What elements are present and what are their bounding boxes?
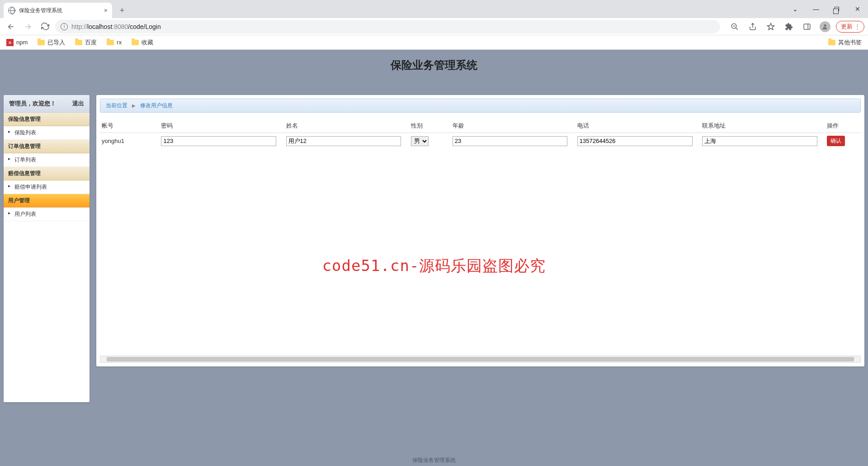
window-controls: ⌄ — ✕ [785,0,868,18]
browser-tab[interactable]: 保险业务管理系统 × [4,3,112,18]
th-password: 密码 [159,119,284,133]
sidebar: 管理员，欢迎您！ 退出 保险信息管理 保险列表 订单信息管理 订单列表 赔偿信息… [4,95,90,402]
new-tab-button[interactable]: + [116,4,128,17]
chevron-right-icon: ▶ [132,103,136,108]
bookmark-imported[interactable]: 已导入 [38,38,65,47]
table-row: yonghu1 男 女 确认 [100,133,861,149]
address-input[interactable] [702,136,817,146]
th-name: 姓名 [284,119,409,133]
folder-icon [132,40,139,45]
info-icon[interactable]: i [61,23,68,30]
main-panel: 当前位置 ▶ 修改用户信息 帐号 密码 姓名 性别 年龄 电话 联系地址 操作 … [96,95,864,366]
th-address: 联系地址 [700,119,825,133]
sidebar-head-insurance[interactable]: 保险信息管理 [4,113,90,126]
app-title: 保险业务管理系统 [0,50,868,95]
folder-icon [107,40,114,45]
password-input[interactable] [161,136,276,146]
folder-icon [828,40,835,45]
url-box[interactable]: i http://localhost:8080/code/Login [55,20,720,33]
bookmark-rx[interactable]: rx [107,39,122,46]
reload-button[interactable] [38,19,52,34]
sidebar-blank [4,221,90,402]
sidebar-head-compensation[interactable]: 赔偿信息管理 [4,167,90,181]
profile-avatar[interactable] [818,19,832,34]
share-icon[interactable] [745,19,760,34]
sidebar-item-user-list[interactable]: 用户列表 [4,208,90,221]
zoom-icon[interactable] [727,19,742,34]
sidebar-head-user[interactable]: 用户管理 [4,194,90,208]
welcome-text: 管理员，欢迎您！ [9,100,56,108]
phone-input[interactable] [577,136,693,146]
breadcrumb: 当前位置 ▶ 修改用户信息 [100,99,861,113]
address-bar: i http://localhost:8080/code/Login 更新⋮ [0,18,868,35]
maximize-button[interactable] [826,0,847,18]
sidebar-welcome: 管理员，欢迎您！ 退出 [4,95,90,113]
th-phone: 电话 [576,119,700,133]
table-header-row: 帐号 密码 姓名 性别 年龄 电话 联系地址 操作 [100,119,861,133]
th-action: 操作 [825,119,861,133]
sidebar-item-order-list[interactable]: 订单列表 [4,153,90,167]
bookmark-other[interactable]: 其他书签 [828,38,862,47]
npm-icon: n [6,39,14,46]
th-account: 帐号 [100,119,159,133]
horizontal-scrollbar[interactable] [100,356,861,363]
tab-title: 保险业务管理系统 [19,7,62,14]
chevron-down-icon[interactable]: ⌄ [785,0,806,18]
forward-button[interactable] [21,19,35,34]
bookmark-fav[interactable]: 收藏 [132,38,153,47]
star-icon[interactable] [764,19,778,34]
crumb-location: 当前位置 [106,102,127,109]
user-edit-table: 帐号 密码 姓名 性别 年龄 电话 联系地址 操作 yonghu1 男 女 [100,119,861,149]
bookmark-baidu[interactable]: 百度 [75,38,97,47]
minimize-button[interactable]: — [806,0,826,18]
sidebar-item-insurance-list[interactable]: 保险列表 [4,126,90,140]
globe-icon [8,7,15,14]
crumb-page: 修改用户信息 [140,102,173,109]
footer-text: 保险业务管理系统 [0,455,868,466]
close-window-button[interactable]: ✕ [847,0,868,18]
th-age: 年龄 [451,119,576,133]
age-input[interactable] [453,136,568,146]
folder-icon [38,40,45,45]
app-root: 保险业务管理系统 管理员，欢迎您！ 退出 保险信息管理 保险列表 订单信息管理 … [0,50,868,466]
close-icon[interactable]: × [104,7,108,14]
update-button[interactable]: 更新⋮ [836,21,864,33]
back-button[interactable] [4,19,18,34]
extensions-icon[interactable] [782,19,796,34]
gender-select[interactable]: 男 女 [411,136,429,146]
folder-icon [75,40,82,45]
name-input[interactable] [286,136,401,146]
svg-rect-1 [804,24,810,29]
cell-account: yonghu1 [100,133,159,149]
url-text: http://localhost:8080/code/Login [71,23,161,30]
th-gender: 性别 [409,119,451,133]
sidebar-item-compensation-list[interactable]: 赔偿申请列表 [4,181,90,194]
bookmarks-bar: nnpm 已导入 百度 rx 收藏 其他书签 [0,35,868,50]
sidebar-head-order[interactable]: 订单信息管理 [4,140,90,153]
side-panel-icon[interactable] [800,19,814,34]
browser-tab-strip: 保险业务管理系统 × + ⌄ — ✕ [0,0,868,18]
bookmark-npm[interactable]: nnpm [6,39,28,46]
logout-link[interactable]: 退出 [72,100,84,108]
confirm-button[interactable]: 确认 [827,136,845,146]
svg-point-2 [824,24,826,26]
